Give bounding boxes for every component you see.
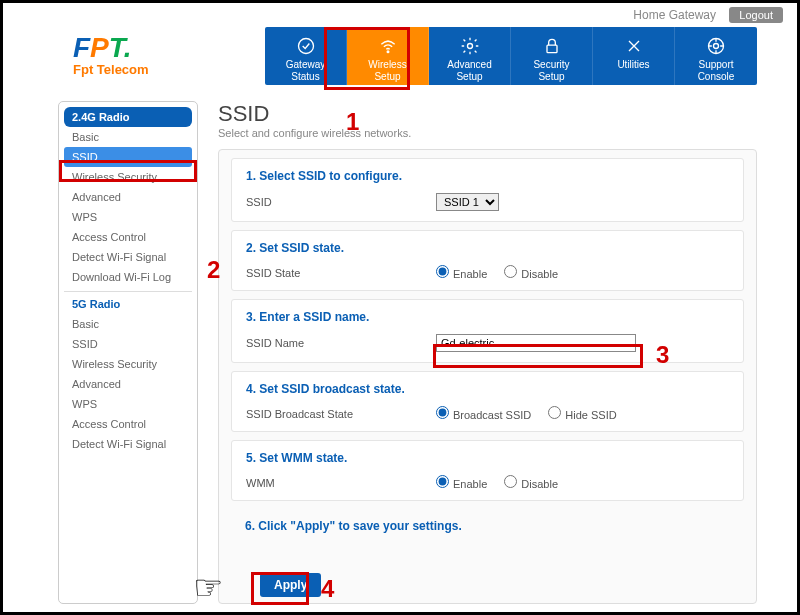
ssid-select[interactable]: SSID 1 [436,193,499,211]
svg-point-2 [467,44,472,49]
broadcast-label: SSID Broadcast State [246,408,436,420]
section-title: 1. Select SSID to configure. [246,169,729,183]
gear-icon [429,33,510,59]
sidebar-item-wps-5[interactable]: WPS [64,394,192,414]
home-gateway-link[interactable]: Home Gateway [633,8,716,22]
nav-utilities[interactable]: Utilities [593,27,675,85]
sidebar-item-basic-24[interactable]: Basic [64,127,192,147]
section-wmm: 5. Set WMM state. WMM Enable Disable [231,440,744,501]
sidebar-item-wsec-5[interactable]: Wireless Security [64,354,192,374]
section-title: 6. Click "Apply" to save your settings. [245,519,730,533]
ssid-state-enable[interactable]: Enable [436,268,487,280]
section-title: 4. Set SSID broadcast state. [246,382,729,396]
apply-button[interactable]: Apply [260,573,321,597]
svg-point-1 [387,51,389,53]
sidebar-item-ssid-24[interactable]: SSID [64,147,192,167]
ssid-name-input[interactable] [436,334,636,352]
page-title: SSID [218,101,757,127]
ssid-select-label: SSID [246,196,436,208]
wmm-enable[interactable]: Enable [436,478,487,490]
ssid-state-label: SSID State [246,267,436,279]
sidebar-header-24g: 2.4G Radio [64,107,192,127]
nav-advanced-setup[interactable]: Advanced Setup [429,27,511,85]
section-broadcast: 4. Set SSID broadcast state. SSID Broadc… [231,371,744,432]
section-apply: 6. Click "Apply" to save your settings. [231,509,744,533]
svg-rect-3 [547,45,557,52]
sidebar-item-detect-24[interactable]: Detect Wi-Fi Signal [64,247,192,267]
broadcast-ssid[interactable]: Broadcast SSID [436,409,531,421]
sidebar-header-5g: 5G Radio [64,291,192,314]
section-title: 5. Set WMM state. [246,451,729,465]
nav-support-console[interactable]: Support Console [675,27,757,85]
sidebar-item-ac-24[interactable]: Access Control [64,227,192,247]
sidebar-item-dl-24[interactable]: Download Wi-Fi Log [64,267,192,287]
sidebar-item-basic-5[interactable]: Basic [64,314,192,334]
nav-security-setup[interactable]: Security Setup [511,27,593,85]
logout-button[interactable]: Logout [729,7,783,23]
ssid-name-label: SSID Name [246,337,436,349]
settings-panel: 1. Select SSID to configure. SSID SSID 1… [218,149,757,604]
hide-ssid[interactable]: Hide SSID [548,409,616,421]
sidebar-item-adv-24[interactable]: Advanced [64,187,192,207]
section-title: 3. Enter a SSID name. [246,310,729,324]
section-ssid-name: 3. Enter a SSID name. SSID Name [231,299,744,363]
ssid-state-disable[interactable]: Disable [504,268,558,280]
support-icon [675,33,757,59]
section-select-ssid: 1. Select SSID to configure. SSID SSID 1 [231,158,744,222]
section-ssid-state: 2. Set SSID state. SSID State Enable Dis… [231,230,744,291]
sidebar-item-adv-5[interactable]: Advanced [64,374,192,394]
lock-icon [511,33,592,59]
check-circle-icon [265,33,346,59]
main-nav: Gateway Status Wireless Setup Advanced S… [265,27,757,85]
wmm-label: WMM [246,477,436,489]
tools-icon [593,33,674,59]
sidebar-item-detect-5[interactable]: Detect Wi-Fi Signal [64,434,192,454]
wifi-icon [347,33,428,59]
nav-gateway-status[interactable]: Gateway Status [265,27,347,85]
brand-logo: FPT. Fpt Telecom [73,27,223,77]
section-title: 2. Set SSID state. [246,241,729,255]
page-subtitle: Select and configure wireless networks. [218,127,757,139]
sidebar-item-ac-5[interactable]: Access Control [64,414,192,434]
sidebar-item-ssid-5[interactable]: SSID [64,334,192,354]
nav-wireless-setup[interactable]: Wireless Setup [347,27,429,85]
svg-point-5 [714,44,719,49]
sidebar-item-wps-24[interactable]: WPS [64,207,192,227]
wmm-disable[interactable]: Disable [504,478,558,490]
sidebar: 2.4G Radio Basic SSID Wireless Security … [58,101,198,604]
svg-point-0 [298,39,313,54]
sidebar-item-wsec-24[interactable]: Wireless Security [64,167,192,187]
